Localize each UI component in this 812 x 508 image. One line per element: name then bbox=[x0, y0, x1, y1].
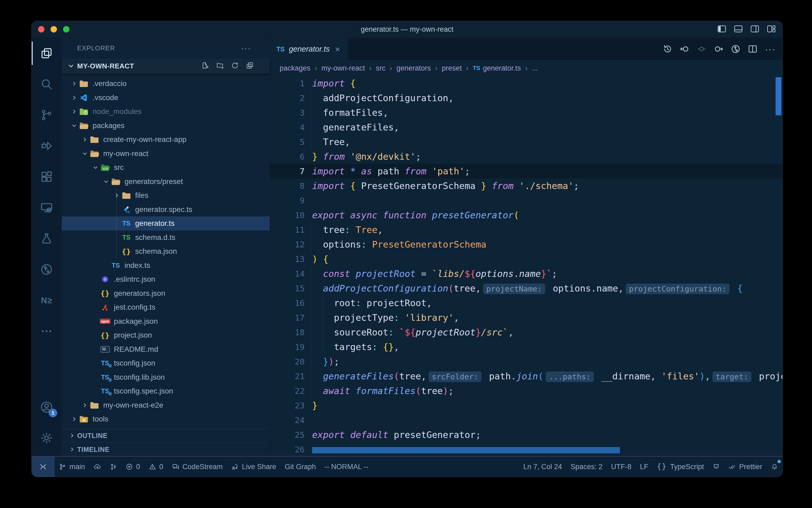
current-change-button[interactable] bbox=[697, 44, 706, 54]
activity-item-search[interactable] bbox=[32, 69, 61, 99]
sidebar-more-actions-button[interactable]: ··· bbox=[241, 43, 251, 53]
tree-item-generator.spec.ts[interactable]: TSgenerator.spec.ts bbox=[62, 203, 270, 217]
breadcrumb-item-my-own-react[interactable]: my-own-react bbox=[321, 64, 365, 73]
activity-item-extensions[interactable] bbox=[32, 161, 61, 192]
activity-item-more-views[interactable] bbox=[32, 316, 61, 347]
breadcrumb-item-...[interactable]: ... bbox=[532, 64, 538, 73]
code-line-22[interactable]: 22 await formatFiles(tree); bbox=[270, 383, 782, 398]
tree-item-tools[interactable]: tools bbox=[62, 412, 270, 426]
tree-item-README.md[interactable]: M↓README.md bbox=[62, 342, 270, 356]
code-line-6[interactable]: 6} from '@nx/devkit'; bbox=[270, 149, 782, 164]
toggle-secondary-sidebar-button[interactable] bbox=[751, 25, 759, 34]
status-codestream[interactable]: CodeStream bbox=[168, 457, 227, 477]
code-line-12[interactable]: 12 options: PresetGeneratorSchema bbox=[270, 237, 782, 252]
horizontal-scrollbar[interactable] bbox=[312, 447, 620, 454]
tree-item-jest.config.ts[interactable]: jest.config.ts bbox=[62, 300, 270, 314]
status-publish-changes[interactable] bbox=[89, 457, 105, 477]
activity-item-nx-console[interactable]: N≥ bbox=[32, 285, 61, 316]
code-line-19[interactable]: 19 targets: {}, bbox=[270, 339, 782, 354]
activity-item-manage[interactable] bbox=[32, 423, 61, 454]
code-line-21[interactable]: 21 generateFiles(tree,srcFolder: path.jo… bbox=[270, 369, 782, 383]
status-git-branch[interactable]: main bbox=[54, 457, 89, 477]
toggle-panel-button[interactable] bbox=[734, 25, 743, 34]
tree-item-src[interactable]: </>src bbox=[62, 161, 270, 175]
status-problems-warnings[interactable]: 0 bbox=[144, 457, 168, 477]
tree-item-tsconfig.spec.json[interactable]: TStsconfig.spec.json bbox=[62, 384, 270, 398]
code-line-24[interactable]: 24 bbox=[270, 413, 782, 427]
code-line-2[interactable]: 2 addProjectConfiguration, bbox=[270, 90, 782, 105]
tree-item-.verdaccio[interactable]: .verdaccio bbox=[62, 77, 270, 91]
status-cursor-position[interactable]: Ln 7, Col 24 bbox=[519, 457, 566, 477]
tree-item-generator.ts[interactable]: TSgenerator.ts bbox=[62, 216, 270, 230]
status-language-mode[interactable]: {}TypeScript bbox=[653, 457, 708, 477]
tree-item-node_modules[interactable]: JSnode_modules bbox=[62, 104, 270, 119]
collapse-folders-button[interactable] bbox=[246, 61, 254, 71]
previous-change-button[interactable] bbox=[680, 44, 689, 54]
timeline-section[interactable]: TIMELINE bbox=[62, 442, 270, 456]
code-line-4[interactable]: 4 generateFiles, bbox=[270, 120, 782, 134]
code-line-20[interactable]: 20 }); bbox=[270, 354, 782, 369]
code-line-14[interactable]: 14 const projectRoot = `libs/${options.n… bbox=[270, 266, 782, 281]
outline-section[interactable]: OUTLINE bbox=[62, 429, 270, 442]
code-line-11[interactable]: 11 tree: Tree, bbox=[270, 222, 782, 237]
breadcrumb-item-src[interactable]: src bbox=[376, 64, 385, 73]
status-formatter[interactable]: Prettier bbox=[724, 457, 766, 477]
status-github[interactable] bbox=[708, 457, 724, 477]
new-file-button[interactable] bbox=[201, 61, 209, 71]
tree-item-create-my-own-react-app[interactable]: create-my-own-react-app bbox=[62, 133, 270, 147]
code-line-5[interactable]: 5 Tree, bbox=[270, 134, 782, 149]
status-remote-indicator[interactable] bbox=[32, 457, 54, 477]
status-pipelines[interactable] bbox=[105, 457, 121, 477]
code-line-3[interactable]: 3 formatFiles, bbox=[270, 105, 782, 120]
tree-item-project.json[interactable]: {}project.json bbox=[62, 328, 270, 342]
toggle-primary-sidebar-button[interactable] bbox=[718, 25, 726, 34]
vertical-scrollbar[interactable] bbox=[775, 77, 781, 115]
tree-item-my-own-react[interactable]: my-own-react bbox=[62, 147, 270, 161]
status-live-share[interactable]: Live Share bbox=[227, 457, 280, 477]
status-indentation[interactable]: Spaces: 2 bbox=[566, 457, 607, 477]
status-vim-mode[interactable]: -- NORMAL -- bbox=[320, 457, 373, 477]
tree-item-my-own-react-e2e[interactable]: my-own-react-e2e bbox=[62, 398, 270, 413]
activity-item-gitlens[interactable] bbox=[32, 254, 61, 285]
tree-item-tsconfig.lib.json[interactable]: TStsconfig.lib.json bbox=[62, 370, 270, 384]
breadcrumb-item-packages[interactable]: packages bbox=[280, 64, 311, 73]
split-editor-button[interactable] bbox=[748, 44, 758, 54]
code-line-16[interactable]: 16 root: projectRoot, bbox=[270, 296, 782, 310]
breadcrumb-item-generators[interactable]: generators bbox=[396, 64, 431, 73]
close-tab-button[interactable]: × bbox=[334, 45, 341, 53]
tree-item-.eslintrc.json[interactable]: .eslintrc.json bbox=[62, 272, 270, 287]
more-actions-button[interactable]: ··· bbox=[765, 44, 775, 53]
refresh-explorer-button[interactable] bbox=[231, 61, 239, 71]
minimize-window-button[interactable] bbox=[51, 26, 57, 33]
close-window-button[interactable] bbox=[38, 26, 44, 33]
code-line-23[interactable]: 23} bbox=[270, 398, 782, 413]
next-change-button[interactable] bbox=[714, 44, 723, 54]
tree-item-package.json[interactable]: npmpackage.json bbox=[62, 314, 270, 329]
code-line-1[interactable]: 1import { bbox=[270, 76, 782, 90]
code-line-9[interactable]: 9 bbox=[270, 193, 782, 208]
code-line-7[interactable]: 7import * as path from 'path'; bbox=[270, 164, 782, 178]
status-notifications[interactable] bbox=[766, 457, 782, 477]
activity-item-source-control[interactable] bbox=[32, 99, 61, 130]
status-git-graph[interactable]: Git Graph bbox=[280, 457, 320, 477]
code-line-8[interactable]: 8import { PresetGeneratorSchema } from '… bbox=[270, 178, 782, 193]
activity-item-remote-explorer[interactable] bbox=[32, 192, 61, 223]
open-timeline-button[interactable] bbox=[663, 44, 672, 54]
code-area[interactable]: 1import {2 addProjectConfiguration,3 for… bbox=[270, 76, 782, 456]
tree-item-schema.d.ts[interactable]: TSschema.d.ts bbox=[62, 230, 270, 245]
activity-item-testing[interactable] bbox=[32, 223, 61, 254]
titlebar[interactable]: generator.ts — my-own-react bbox=[32, 21, 782, 38]
breadcrumb-item-generator.ts[interactable]: TSgenerator.ts bbox=[473, 64, 521, 73]
code-line-13[interactable]: 13) { bbox=[270, 252, 782, 266]
open-changes-button[interactable] bbox=[731, 44, 741, 54]
activity-item-accounts[interactable]: 1 bbox=[32, 392, 61, 423]
new-folder-button[interactable] bbox=[216, 61, 224, 71]
tree-item-schema.json[interactable]: {}schema.json bbox=[62, 244, 270, 258]
code-line-18[interactable]: 18 sourceRoot: `${projectRoot}/src`, bbox=[270, 325, 782, 339]
activity-item-explorer[interactable] bbox=[32, 38, 61, 69]
code-line-25[interactable]: 25export default presetGenerator; bbox=[270, 427, 782, 442]
breadcrumb-item-preset[interactable]: preset bbox=[442, 64, 462, 73]
tree-item-index.ts[interactable]: TSindex.ts bbox=[62, 258, 270, 272]
project-section-header[interactable]: MY-OWN-REACT bbox=[62, 58, 270, 74]
tree-item-files[interactable]: files bbox=[62, 188, 270, 203]
